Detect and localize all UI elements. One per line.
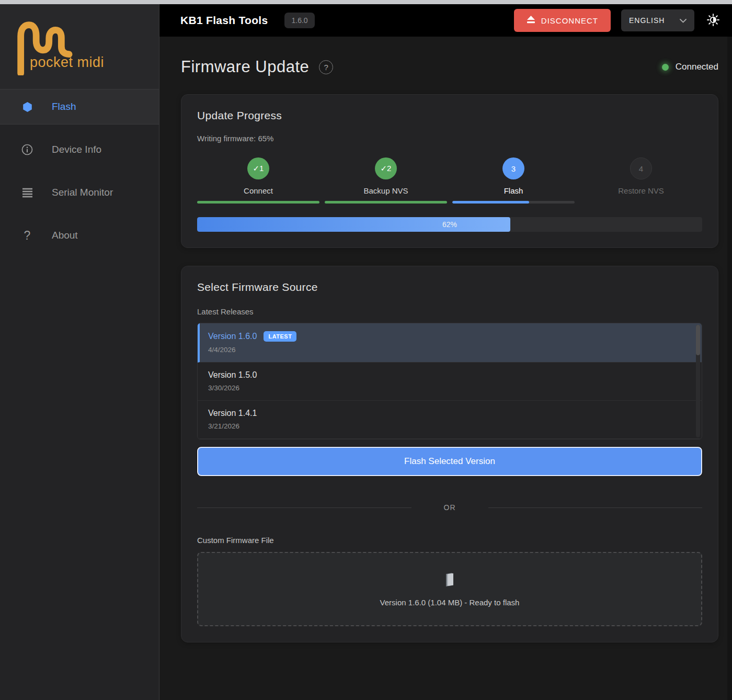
firmware-file-dropzone[interactable]: Version 1.6.0 (1.04 MB) - Ready to flash: [197, 552, 702, 626]
or-divider: OR: [197, 503, 702, 512]
step-circle: ✓2: [375, 157, 397, 179]
step-label: Restore NVS: [618, 186, 664, 195]
release-date: 3/30/2026: [208, 384, 691, 392]
release-item-1-6-0[interactable]: Version 1.6.0 LATEST 4/4/2026: [198, 323, 702, 363]
language-value: ENGLISH: [629, 16, 665, 25]
sidebar-item-about[interactable]: ? About: [0, 218, 159, 253]
sidebar-item-flash[interactable]: Flash: [0, 89, 159, 125]
release-version: Version 1.5.0: [208, 370, 257, 380]
release-version: Version 1.6.0: [208, 332, 257, 341]
firmware-source-card: Select Firmware Source Latest Releases V…: [181, 266, 718, 642]
step-circle: ✓1: [247, 157, 269, 179]
top-header: KB1 Flash Tools 1.6.0 DISCONNECT ENGLISH: [159, 4, 732, 37]
sidebar-item-serial-monitor[interactable]: Serial Monitor: [0, 175, 159, 210]
step-bar-fill: [452, 201, 529, 204]
step-progress-bar: [197, 201, 319, 204]
serial-lines-icon: [21, 188, 33, 198]
brand-logo: pocket midi: [0, 4, 159, 89]
status-dot-icon: [662, 64, 669, 71]
release-list-scrollbar[interactable]: [696, 325, 700, 437]
page-title: Firmware Update: [181, 58, 309, 76]
disconnect-label: DISCONNECT: [541, 16, 598, 25]
sidebar-item-label: Flash: [52, 101, 76, 112]
step-progress-bar: [325, 201, 447, 204]
status-label: Connected: [676, 62, 718, 72]
latest-badge: LATEST: [264, 331, 296, 342]
brand-name: pocket midi: [30, 54, 104, 71]
disconnect-button[interactable]: DISCONNECT: [514, 9, 611, 32]
step-progress-bar: [452, 201, 575, 204]
page-scrollbar[interactable]: [727, 37, 732, 700]
divider-line: [488, 507, 703, 508]
step-backup-nvs: ✓2 Backup NVS: [325, 157, 447, 204]
step-circle: 3: [502, 157, 524, 179]
release-list: Version 1.6.0 LATEST 4/4/2026 Version 1.…: [197, 323, 702, 439]
overall-progress-label: 62%: [197, 217, 702, 232]
app-version-badge: 1.6.0: [284, 13, 314, 28]
step-flash: 3 Flash: [452, 157, 575, 204]
step-label: Connect: [244, 186, 273, 195]
help-icon[interactable]: ?: [319, 60, 333, 74]
app-title: KB1 Flash Tools: [180, 14, 268, 27]
sidebar: pocket midi Flash Device Info Serial Mon…: [0, 4, 159, 700]
release-list-scrollbar-thumb[interactable]: [696, 325, 700, 355]
main-content: Firmware Update ? Connected Update Progr…: [160, 37, 732, 700]
sidebar-item-label: About: [52, 230, 78, 241]
info-circle-icon: [21, 144, 33, 155]
step-label: Flash: [504, 186, 523, 195]
progress-status-text: Writing firmware: 65%: [197, 134, 702, 143]
custom-firmware-label: Custom Firmware File: [197, 536, 702, 545]
dropzone-status-text: Version 1.6.0 (1.04 MB) - Ready to flash: [380, 598, 520, 607]
overall-progress-bar: 62%: [197, 217, 702, 232]
theme-toggle-button[interactable]: [706, 13, 720, 29]
source-card-title: Select Firmware Source: [197, 281, 702, 293]
connection-status: Connected: [662, 62, 718, 72]
page-title-row: Firmware Update ? Connected: [181, 58, 718, 76]
step-connect: ✓1 Connect: [197, 157, 319, 204]
release-item-1-4-1[interactable]: Version 1.4.1 3/21/2026: [198, 401, 702, 439]
chevron-down-icon: [680, 16, 687, 25]
brightness-sun-icon: [706, 13, 720, 29]
hexagon-flash-icon: [21, 101, 33, 112]
flash-selected-version-button[interactable]: Flash Selected Version: [197, 447, 702, 476]
sidebar-item-label: Device Info: [52, 144, 101, 155]
step-progress-bar: [580, 201, 702, 204]
divider-label: OR: [444, 503, 456, 512]
release-date: 4/4/2026: [208, 346, 691, 354]
sidebar-item-device-info[interactable]: Device Info: [0, 132, 159, 167]
language-select[interactable]: ENGLISH: [621, 9, 694, 31]
divider-line: [197, 507, 411, 508]
release-version: Version 1.4.1: [208, 409, 257, 418]
step-restore-nvs: 4 Restore NVS: [580, 157, 702, 204]
release-date: 3/21/2026: [208, 422, 691, 430]
release-item-1-5-0[interactable]: Version 1.5.0 3/30/2026: [198, 363, 702, 401]
step-circle: 4: [630, 157, 652, 179]
step-label: Backup NVS: [363, 186, 408, 195]
sidebar-nav: Flash Device Info Serial Monitor ? About: [0, 89, 159, 253]
window-chrome-strip: [0, 0, 732, 4]
update-progress-card: Update Progress Writing firmware: 65% ✓1…: [181, 94, 718, 248]
latest-releases-label: Latest Releases: [197, 307, 702, 316]
eject-icon: [527, 16, 535, 25]
question-mark-icon: ?: [21, 229, 33, 243]
progress-card-title: Update Progress: [197, 109, 702, 122]
progress-stepper: ✓1 Connect ✓2 Backup NVS 3 Flash 4 Resto…: [197, 157, 702, 204]
folder-icon: [442, 572, 458, 590]
sidebar-item-label: Serial Monitor: [52, 187, 113, 198]
